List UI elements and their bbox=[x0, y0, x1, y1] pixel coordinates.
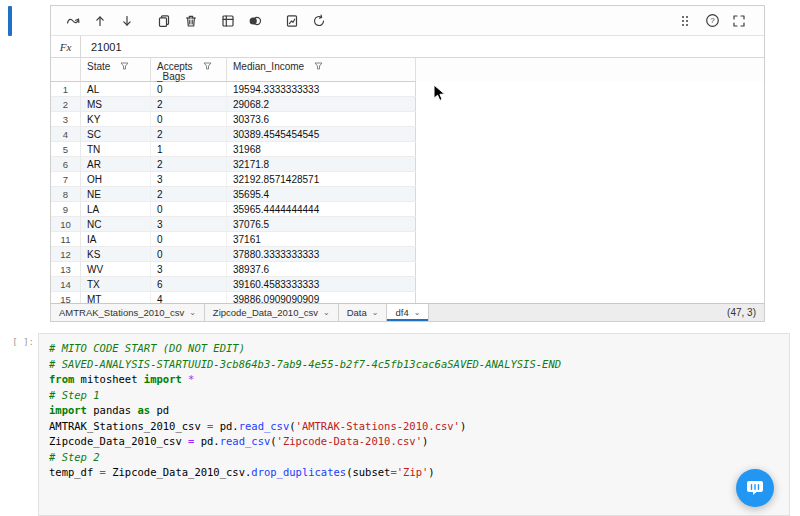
sheet-tab-AMTRAK_Stations_2010_csv[interactable]: AMTRAK_Stations_2010_csv⌄ bbox=[51, 304, 205, 321]
cell[interactable]: 4 bbox=[151, 292, 227, 303]
cell[interactable]: 32192.8571428571 bbox=[227, 172, 416, 186]
cell[interactable]: LA bbox=[81, 202, 151, 216]
cell[interactable]: 3 bbox=[151, 172, 227, 186]
code-cell[interactable]: # MITO CODE START (DO NOT EDIT)# SAVED-A… bbox=[38, 333, 790, 516]
cell[interactable]: 37076.5 bbox=[227, 217, 416, 231]
code-line: Zipcode_Data_2010_csv = pd.read_csv('Zip… bbox=[49, 434, 779, 450]
toolbar-refresh-button[interactable] bbox=[307, 10, 331, 32]
cell[interactable]: 0 bbox=[151, 202, 227, 216]
filter-icon[interactable] bbox=[314, 60, 323, 72]
cell[interactable]: 29068.2 bbox=[227, 97, 416, 111]
table-row: 11IA037161 bbox=[51, 232, 416, 247]
chevron-down-icon[interactable]: ⌄ bbox=[189, 309, 196, 317]
row-index[interactable]: 14 bbox=[51, 277, 81, 291]
toolbar-copy-button[interactable] bbox=[152, 10, 176, 32]
cell[interactable]: KS bbox=[81, 247, 151, 261]
toolbar-undo-button[interactable] bbox=[61, 10, 85, 32]
cell[interactable]: 39886.0909090909 bbox=[227, 292, 416, 303]
cell[interactable]: TX bbox=[81, 277, 151, 291]
mito-spreadsheet-widget: ? Fx 21001 StateAccepts _BagsMedian_Inco… bbox=[50, 5, 765, 322]
column-header-state[interactable]: State bbox=[81, 58, 151, 82]
cell[interactable]: 35695.4 bbox=[227, 187, 416, 201]
cell[interactable]: KY bbox=[81, 112, 151, 126]
toolbar-help-button[interactable]: ? bbox=[700, 10, 724, 32]
cell[interactable]: NC bbox=[81, 217, 151, 231]
cell[interactable]: 31968 bbox=[227, 142, 416, 156]
code-line: AMTRAK_Stations_2010_csv = AMTRAK_Statio… bbox=[49, 512, 779, 516]
toolbar-fullscreen-button[interactable] bbox=[727, 10, 751, 32]
cell[interactable]: 37161 bbox=[227, 232, 416, 246]
chevron-down-icon[interactable]: ⌄ bbox=[414, 309, 421, 317]
row-index[interactable]: 9 bbox=[51, 202, 81, 216]
toolbar-import-button[interactable] bbox=[115, 10, 139, 32]
column-header-accepts_bags[interactable]: Accepts _Bags bbox=[151, 58, 227, 82]
row-index[interactable]: 7 bbox=[51, 172, 81, 186]
cell[interactable]: 0 bbox=[151, 82, 227, 96]
row-index[interactable]: 13 bbox=[51, 262, 81, 276]
cell[interactable]: 32171.8 bbox=[227, 157, 416, 171]
row-index[interactable]: 3 bbox=[51, 112, 81, 126]
cell[interactable]: 6 bbox=[151, 277, 227, 291]
cell[interactable]: 1 bbox=[151, 142, 227, 156]
cell[interactable]: MS bbox=[81, 97, 151, 111]
cell[interactable]: OH bbox=[81, 172, 151, 186]
cell[interactable]: MT bbox=[81, 292, 151, 303]
cell[interactable]: 2 bbox=[151, 157, 227, 171]
chevron-down-icon[interactable]: ⌄ bbox=[372, 309, 379, 317]
toolbar-steps-button[interactable] bbox=[673, 10, 697, 32]
row-index[interactable]: 10 bbox=[51, 217, 81, 231]
cell[interactable]: TN bbox=[81, 142, 151, 156]
row-index[interactable]: 2 bbox=[51, 97, 81, 111]
cell[interactable]: 30373.6 bbox=[227, 112, 416, 126]
tab-label: Data bbox=[347, 307, 367, 318]
row-index[interactable]: 5 bbox=[51, 142, 81, 156]
cell[interactable]: AR bbox=[81, 157, 151, 171]
row-index[interactable]: 4 bbox=[51, 127, 81, 141]
cell[interactable]: NE bbox=[81, 187, 151, 201]
import-icon bbox=[120, 14, 134, 28]
row-index[interactable]: 15 bbox=[51, 292, 81, 303]
toolbar-pivot-button[interactable] bbox=[216, 10, 240, 32]
cell[interactable]: 0 bbox=[151, 232, 227, 246]
cell[interactable]: 0 bbox=[151, 112, 227, 126]
chevron-down-icon[interactable]: ⌄ bbox=[323, 309, 330, 317]
cell[interactable]: 30389.4545454545 bbox=[227, 127, 416, 141]
toolbar-export-button[interactable] bbox=[88, 10, 112, 32]
cell[interactable]: 3 bbox=[151, 217, 227, 231]
chat-bubble-button[interactable] bbox=[736, 469, 774, 507]
row-index[interactable]: 6 bbox=[51, 157, 81, 171]
sheet-tab-Data[interactable]: Data⌄ bbox=[339, 304, 388, 321]
cell[interactable]: 0 bbox=[151, 247, 227, 261]
code-line bbox=[49, 496, 779, 512]
cell[interactable]: 2 bbox=[151, 97, 227, 111]
table-row: 8NE235695.4 bbox=[51, 187, 416, 202]
grid-header-row: StateAccepts _BagsMedian_Income bbox=[51, 58, 764, 82]
sheet-tab-Zipcode_Data_2010_csv[interactable]: Zipcode_Data_2010_csv⌄ bbox=[205, 304, 339, 321]
cell[interactable]: WV bbox=[81, 262, 151, 276]
filter-icon[interactable] bbox=[203, 60, 212, 72]
row-index[interactable]: 1 bbox=[51, 82, 81, 96]
cell[interactable]: 37880.3333333333 bbox=[227, 247, 416, 261]
cell[interactable]: 19594.3333333333 bbox=[227, 82, 416, 96]
cell[interactable]: 35965.4444444444 bbox=[227, 202, 416, 216]
cell[interactable]: SC bbox=[81, 127, 151, 141]
sheet-tab-df4[interactable]: df4⌄ bbox=[387, 304, 429, 321]
dataframe-shape: (47, 3) bbox=[719, 304, 764, 321]
toolbar-delete-button[interactable] bbox=[179, 10, 203, 32]
cell[interactable]: 38937.6 bbox=[227, 262, 416, 276]
row-index[interactable]: 12 bbox=[51, 247, 81, 261]
toolbar-graph-button[interactable] bbox=[280, 10, 304, 32]
formula-bar-input[interactable]: 21001 bbox=[81, 36, 764, 57]
cell[interactable]: 3 bbox=[151, 262, 227, 276]
cell[interactable]: IA bbox=[81, 232, 151, 246]
cell[interactable]: AL bbox=[81, 82, 151, 96]
cell[interactable]: 39160.4583333333 bbox=[227, 277, 416, 291]
row-index[interactable]: 8 bbox=[51, 187, 81, 201]
filter-icon[interactable] bbox=[120, 60, 129, 72]
cell[interactable]: 2 bbox=[151, 187, 227, 201]
column-header-median_income[interactable]: Median_Income bbox=[227, 58, 416, 82]
table-row: 5TN131968 bbox=[51, 142, 416, 157]
cell[interactable]: 2 bbox=[151, 127, 227, 141]
toolbar-merge-button[interactable] bbox=[243, 10, 267, 32]
row-index[interactable]: 11 bbox=[51, 232, 81, 246]
